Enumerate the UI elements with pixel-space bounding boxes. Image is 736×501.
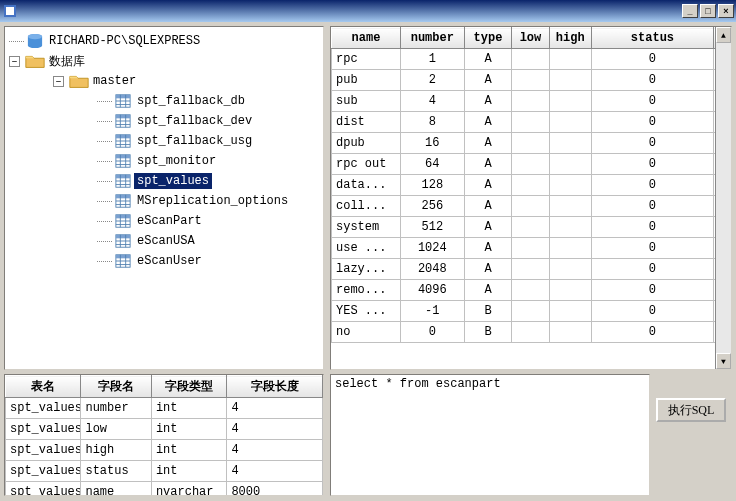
table-row[interactable]: lazy...2048A0 [332,259,731,280]
minimize-button[interactable]: _ [682,4,698,18]
cell [512,217,549,238]
cell: nvarchar [151,482,226,497]
tree-node[interactable]: −数据库 [9,51,319,71]
svg-rect-23 [116,155,130,159]
column-header[interactable]: number [400,28,464,49]
table-row[interactable]: rpc out64A0 [332,154,731,175]
column-header[interactable]: 字段名 [81,376,151,398]
table-row[interactable]: sub4A0 [332,91,731,112]
tree-node[interactable]: spt_fallback_db [9,91,319,111]
cell: 1 [400,49,464,70]
table-row[interactable]: pub2A0 [332,70,731,91]
table-icon [112,173,134,189]
close-button[interactable]: × [718,4,734,18]
execute-sql-button[interactable]: 执行SQL [656,398,726,422]
tree-label: spt_fallback_dev [134,113,255,129]
expander-icon[interactable]: − [53,76,64,87]
column-header[interactable]: high [549,28,591,49]
table-icon [112,153,134,169]
cell: A [464,217,512,238]
cell [512,259,549,280]
table-row[interactable]: rpc1A0 [332,49,731,70]
table-row[interactable]: spt_valueslowint4 [6,419,323,440]
column-header[interactable]: 字段类型 [151,376,226,398]
tree-view[interactable]: RICHARD-PC\SQLEXPRESS−数据库−masterspt_fall… [4,26,324,370]
table-row[interactable]: spt_valuesnamenvarchar8000 [6,482,323,497]
tree-node[interactable]: spt_monitor [9,151,319,171]
cell: no [332,322,401,343]
tree-node[interactable]: eScanUSA [9,231,319,251]
cell: 128 [400,175,464,196]
cell: data... [332,175,401,196]
schema-grid[interactable]: 表名字段名字段类型字段长度spt_valuesnumberint4spt_val… [4,374,324,496]
tree-label: spt_values [134,173,212,189]
cell: pub [332,70,401,91]
tree-node[interactable]: spt_values [9,171,319,191]
cell [549,49,591,70]
tree-node[interactable]: eScanPart [9,211,319,231]
scrollbar[interactable]: ▲ ▼ [715,27,731,369]
cell: number [81,398,151,419]
cell: coll... [332,196,401,217]
cell: rpc [332,49,401,70]
column-header[interactable]: type [464,28,512,49]
cell: 0 [591,49,713,70]
expander-icon[interactable]: − [9,56,20,67]
cell: 0 [400,322,464,343]
table-row[interactable]: remo...4096A0 [332,280,731,301]
cell: A [464,196,512,217]
cell [512,196,549,217]
cell: spt_values [6,482,81,497]
tree-label: spt_fallback_db [134,93,248,109]
tree-node[interactable]: spt_fallback_dev [9,111,319,131]
tree-node[interactable]: MSreplication_options [9,191,319,211]
table-row[interactable]: system512A0 [332,217,731,238]
cell: 0 [591,70,713,91]
cell: sub [332,91,401,112]
tree-node[interactable]: −master [9,71,319,91]
cell: rpc out [332,154,401,175]
table-icon [112,133,134,149]
column-header[interactable]: name [332,28,401,49]
cell [512,70,549,91]
cell: A [464,70,512,91]
cell: low [81,419,151,440]
scroll-down-icon[interactable]: ▼ [716,353,731,369]
table-row[interactable]: no0B0 [332,322,731,343]
column-header[interactable]: status [591,28,713,49]
cell [549,154,591,175]
table-row[interactable]: spt_valueshighint4 [6,440,323,461]
tree-node[interactable]: spt_fallback_usg [9,131,319,151]
title-bar: _ □ × [0,0,736,22]
cell: YES ... [332,301,401,322]
sql-editor[interactable]: select * from escanpart [330,374,650,496]
table-row[interactable]: data...128A0 [332,175,731,196]
cell: use ... [332,238,401,259]
cell [549,196,591,217]
column-header[interactable]: 字段长度 [227,376,323,398]
svg-rect-29 [116,175,130,179]
column-header[interactable]: 表名 [6,376,81,398]
table-row[interactable]: dpub16A0 [332,133,731,154]
table-row[interactable]: spt_valuesnumberint4 [6,398,323,419]
cell: 0 [591,91,713,112]
maximize-button[interactable]: □ [700,4,716,18]
tree-node[interactable]: eScanUser [9,251,319,271]
table-row[interactable]: use ...1024A0 [332,238,731,259]
tree-node[interactable]: RICHARD-PC\SQLEXPRESS [9,31,319,51]
cell: 4 [227,440,323,461]
table-row[interactable]: coll...256A0 [332,196,731,217]
cell: spt_values [6,461,81,482]
cell [512,112,549,133]
scroll-up-icon[interactable]: ▲ [716,27,731,43]
cell: 0 [591,112,713,133]
cell: B [464,301,512,322]
cell: system [332,217,401,238]
data-grid[interactable]: namenumbertypelowhighstatus▲rpc1A0pub2A0… [330,26,732,370]
svg-rect-17 [116,135,130,139]
table-row[interactable]: dist8A0 [332,112,731,133]
column-header[interactable]: low [512,28,549,49]
tree-label: RICHARD-PC\SQLEXPRESS [46,33,203,49]
table-row[interactable]: YES ...-1B0 [332,301,731,322]
table-row[interactable]: spt_valuesstatusint4 [6,461,323,482]
